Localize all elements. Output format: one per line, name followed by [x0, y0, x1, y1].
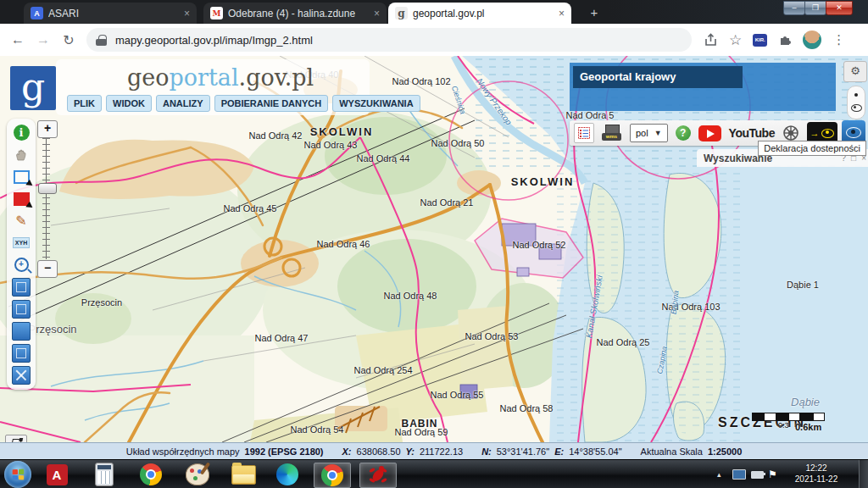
zoom-rectangle-tool[interactable]: + [12, 256, 31, 274]
taskbar-paint[interactable] [185, 463, 210, 486]
menu-analizy[interactable]: ANALIZY [156, 95, 210, 112]
taskbar-ewmapa[interactable] [359, 463, 397, 488]
language-select[interactable]: pol ▼ [630, 124, 668, 142]
banner-title: Geoportal krajowy [580, 70, 676, 83]
tray-expand-icon[interactable]: ▴ [717, 460, 721, 488]
geoportal-menu-bar: PLIK WIDOK ANALIZY POBIERANIE DANYCH WYS… [67, 95, 420, 112]
map-label: Nad Odrą 52 [513, 240, 566, 250]
map-tool-blue-4[interactable] [12, 344, 31, 362]
wms-button[interactable]: wms [602, 125, 622, 141]
x-label: X: [342, 446, 352, 457]
help-button[interactable]: ? [676, 125, 691, 141]
url-text[interactable]: mapy.geoportal.gov.pl/imap/Imgp_2.html [115, 34, 313, 47]
select-rect-icon [14, 170, 30, 184]
browser-tab-bar: A ASARI × M Odebrane (4) - halina.zdunek… [0, 0, 868, 24]
zoom-in-button[interactable]: + [37, 120, 58, 138]
tray-network-icon[interactable] [732, 460, 746, 488]
clear-rect-icon [14, 192, 30, 206]
map-label: Nad Odrą 44 [357, 153, 410, 164]
tab-label: Odebrane (4) - halina.zdunek@i [228, 8, 355, 19]
map-label: Nad Odrą 48 [384, 291, 437, 301]
bookmark-star-icon[interactable]: ☆ [729, 31, 742, 49]
eye-icon [846, 127, 861, 138]
y-label: Y: [406, 446, 415, 457]
legend-button[interactable] [574, 123, 594, 143]
geoportal-title: geoportal.gov.pl [127, 64, 314, 91]
menu-pobieranie-danych[interactable]: POBIERANIE DANYCH [214, 95, 329, 112]
kir-extension-icon[interactable]: KIR. [753, 34, 767, 47]
window-maximize-button[interactable]: ❐ [804, 1, 826, 15]
coordinates-tool[interactable]: XYH [12, 234, 31, 252]
show-desktop-button[interactable] [859, 460, 868, 488]
geoportal-logo[interactable]: g [10, 66, 56, 110]
clock-date: 2021-11-22 [787, 474, 846, 485]
map-label: SKOLWIN [310, 125, 374, 138]
reload-icon[interactable]: ↻ [56, 32, 81, 48]
folder-icon [231, 465, 256, 485]
tab-asari[interactable]: A ASARI × [24, 3, 197, 24]
settings-gear-button[interactable]: ⚙ [843, 61, 867, 82]
taskbar-chrome-active[interactable] [314, 463, 351, 488]
youtube-play-icon[interactable] [698, 125, 721, 141]
map-label: Nad Odrą 42 [249, 130, 303, 141]
tab-close-icon[interactable]: × [184, 8, 190, 19]
map-tool-blue-3[interactable] [12, 322, 31, 340]
tab-geoportal[interactable]: g geoportal.gov.pl × [388, 3, 571, 24]
address-bar[interactable]: mapy.geoportal.gov.pl/imap/Imgp_2.html [86, 28, 692, 52]
start-button[interactable] [4, 461, 31, 488]
map-label: Nad Odra 5 [566, 110, 615, 120]
x-value: 638068.50 [357, 446, 401, 457]
taskbar-chrome[interactable] [138, 463, 164, 486]
clock-time: 12:22 [787, 463, 846, 474]
map-tool-blue-1[interactable] [12, 278, 31, 296]
chrome-icon [140, 463, 162, 485]
share-icon[interactable] [704, 33, 718, 47]
map-label: Nad Odrą 25 [597, 337, 650, 347]
taskbar-calculator[interactable] [92, 463, 117, 486]
pan-tool[interactable] [12, 146, 31, 164]
map-tool-blue-2[interactable] [12, 300, 31, 318]
calculator-icon [95, 463, 114, 486]
crs-prefix: Układ współrzędnych mapy [126, 446, 240, 457]
back-icon[interactable]: ← [5, 32, 31, 47]
wheel-icon [782, 125, 799, 141]
taskbar-edge[interactable] [275, 463, 300, 486]
map-label: Nad Odrą 59 [395, 427, 448, 437]
menu-plik[interactable]: PLIK [67, 95, 102, 112]
paint-icon [186, 463, 209, 485]
select-rectangle-tool[interactable] [12, 168, 31, 186]
wheel-settings-button[interactable] [782, 125, 799, 141]
taskbar-acrobat[interactable]: A [44, 463, 70, 486]
tab-close-icon[interactable]: × [374, 8, 380, 19]
map-tool-panel: i ✎ XYH + [7, 119, 36, 390]
zoom-out-button[interactable]: − [37, 260, 58, 278]
youtube-label[interactable]: YouTube [729, 126, 775, 140]
tab-close-icon[interactable]: × [559, 8, 565, 19]
browser-menu-icon[interactable]: ⋮ [832, 32, 845, 47]
forward-icon[interactable]: → [31, 32, 56, 47]
map-label: Dąbie [791, 396, 820, 408]
zoom-slider-track[interactable] [42, 138, 50, 259]
zoom-slider-handle[interactable] [38, 183, 57, 194]
map-label: Przęsocin [28, 323, 76, 336]
map-label: Nad Odrą 45 [224, 203, 277, 214]
identify-tool[interactable]: i [12, 124, 31, 141]
window-minimize-button[interactable]: – [783, 1, 805, 15]
draw-tool[interactable]: ✎ [12, 212, 31, 230]
tray-battery-icon[interactable] [751, 460, 764, 488]
tray-action-center-icon[interactable]: ⚑ [768, 460, 777, 488]
window-close-button[interactable]: ✕ [826, 1, 853, 15]
contrast-size-controls[interactable] [847, 86, 865, 119]
clear-selection-tool[interactable] [12, 190, 31, 208]
blue-tool-icon [12, 344, 31, 363]
windows-logo-icon [13, 469, 25, 480]
map-tool-blue-5[interactable] [12, 366, 31, 384]
new-tab-button[interactable]: + [587, 5, 602, 20]
menu-widok[interactable]: WIDOK [106, 95, 152, 112]
profile-avatar[interactable] [803, 30, 821, 49]
menu-wyszukiwania[interactable]: WYSZUKIWANIA [332, 95, 420, 112]
extensions-puzzle-icon[interactable] [778, 33, 792, 47]
taskbar-explorer[interactable] [231, 463, 256, 486]
taskbar-clock[interactable]: 12:22 2021-11-22 [787, 463, 846, 485]
tab-gmail[interactable]: M Odebrane (4) - halina.zdunek@i × [203, 3, 387, 24]
